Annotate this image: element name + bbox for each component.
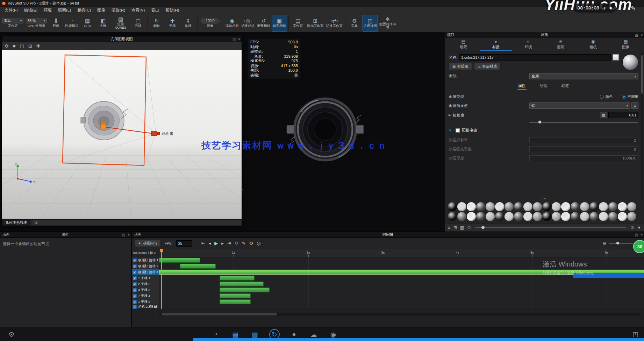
scrollbar-thumb[interactable] bbox=[162, 313, 277, 315]
close-panel-icon[interactable]: × bbox=[641, 33, 643, 37]
stop-icon[interactable]: ■ bbox=[609, 6, 612, 10]
material-swatch[interactable] bbox=[523, 212, 532, 221]
track-checkbox[interactable]: ✓ bbox=[133, 305, 137, 309]
pause-button[interactable]: Ⅱ暂停 bbox=[48, 15, 64, 31]
menu-item-2[interactable]: 编辑(E) bbox=[21, 7, 41, 14]
wizard-button[interactable]: ❖配置程序向导 bbox=[378, 15, 397, 31]
scrollbar-thumb[interactable] bbox=[641, 55, 643, 94]
settings-button[interactable]: ⚙ bbox=[5, 43, 9, 49]
wire-button[interactable]: ◫ bbox=[20, 43, 24, 49]
timeline-scrollbar[interactable] bbox=[159, 313, 641, 316]
material-swatch[interactable] bbox=[580, 202, 589, 211]
close-panel-icon[interactable]: × bbox=[238, 37, 240, 41]
slider-thumb[interactable] bbox=[616, 242, 619, 244]
panel-resize-handle[interactable]: ⋯ bbox=[445, 196, 644, 201]
track-header[interactable]: ✓吸顶灯 旋转 4 bbox=[132, 269, 159, 275]
track-header[interactable]: ✓1 平移 5 bbox=[132, 299, 159, 305]
keyframe-bar[interactable] bbox=[220, 299, 251, 304]
material-swatch[interactable] bbox=[561, 202, 570, 211]
track-lane[interactable] bbox=[159, 299, 644, 305]
studio-button[interactable]: ▤工作室 bbox=[290, 15, 306, 31]
jump-end-button[interactable]: ⇥ bbox=[227, 241, 231, 246]
timeline-ruler[interactable]: 1s2s3s4s5s6s bbox=[159, 249, 644, 257]
tools-button[interactable]: ⚙工具 bbox=[347, 15, 362, 31]
roughness-expander-icon[interactable]: ▶ bbox=[449, 113, 451, 117]
roughness-slider[interactable] bbox=[529, 120, 638, 124]
material-swatch[interactable] bbox=[495, 212, 504, 221]
switch-studio-button[interactable]: ◂⇄▸切换工作室 bbox=[325, 15, 344, 31]
material-name-field[interactable]: 1:color:217:217:217 bbox=[459, 54, 611, 61]
material-swatch[interactable] bbox=[457, 212, 466, 221]
material-swatch[interactable] bbox=[467, 212, 476, 221]
menu-item-1[interactable]: 文件(F) bbox=[1, 7, 21, 14]
float-panel-icon[interactable]: ◳ bbox=[635, 233, 638, 237]
fov-field-value[interactable]: 100.0 bbox=[202, 18, 218, 23]
grid-button[interactable]: ⊞ bbox=[28, 43, 32, 49]
track-header[interactable]: ✓2 平移 2 bbox=[132, 281, 159, 287]
material-swatch[interactable] bbox=[571, 212, 580, 221]
keyframe-bar[interactable] bbox=[220, 287, 270, 292]
material-swatch[interactable] bbox=[552, 202, 561, 211]
zoom-out-icon[interactable]: ⊖ bbox=[603, 241, 606, 246]
performance-mode-button[interactable]: ◔性能模式 bbox=[64, 15, 79, 31]
material-subtab-2[interactable]: 纹理 bbox=[539, 83, 548, 90]
loop-button[interactable]: ↻ bbox=[235, 241, 238, 246]
metal-type-option-2[interactable]: 已测量 bbox=[622, 94, 639, 99]
preset-menu-button[interactable]: ≡ bbox=[631, 102, 638, 109]
material-swatch[interactable] bbox=[476, 202, 485, 211]
close-panel-icon[interactable]: × bbox=[641, 233, 643, 237]
switch-camera-button[interactable]: ◂◎▸切换相机 bbox=[240, 15, 256, 31]
project-tab-2[interactable]: ●材质 bbox=[480, 38, 512, 51]
small-thumbs-icon[interactable]: ⊞ bbox=[453, 225, 457, 230]
multi-material-button[interactable]: ≣ 多层材质 bbox=[474, 63, 501, 70]
denoise-button[interactable]: ◧去噪 bbox=[95, 15, 111, 31]
region-button[interactable]: ▢区域 bbox=[130, 15, 146, 31]
translate-gizmo[interactable] bbox=[101, 122, 106, 129]
anodize-checkbox[interactable] bbox=[456, 128, 460, 133]
menu-item-7[interactable]: 渲染(R) bbox=[108, 7, 128, 14]
material-swatch[interactable] bbox=[505, 202, 514, 211]
material-swatch[interactable] bbox=[618, 212, 627, 221]
gpu-button[interactable]: ▦GPU bbox=[80, 15, 95, 31]
fullscreen-button[interactable]: ◳ bbox=[632, 331, 638, 338]
track-checkbox[interactable]: ✓ bbox=[133, 294, 137, 298]
curve-button[interactable]: ✎ bbox=[242, 241, 246, 246]
jump-start-button[interactable]: ⇤ bbox=[201, 241, 205, 246]
workspace-combo[interactable]: 默认▾工作区 bbox=[1, 17, 24, 29]
metal-type-option-1[interactable]: 颜色 bbox=[600, 94, 613, 99]
material-swatch[interactable] bbox=[589, 202, 599, 211]
material-swatch[interactable] bbox=[533, 202, 542, 211]
track-checkbox[interactable]: ✓ bbox=[133, 264, 137, 268]
project-tab-3[interactable]: ◐环境 bbox=[512, 38, 545, 51]
material-swatch[interactable] bbox=[552, 212, 561, 221]
track-checkbox[interactable]: ✓ bbox=[133, 288, 137, 292]
pencil-icon[interactable]: ✎ bbox=[631, 5, 636, 12]
add-studio-button[interactable]: ⊞添加工作室 bbox=[306, 15, 325, 31]
track-header[interactable]: ✓相机 2 相机旋转 bbox=[132, 305, 159, 309]
project-tab-5[interactable]: ◉相机 bbox=[577, 38, 609, 51]
reset-camera-button[interactable]: ↺重置相机 bbox=[256, 15, 271, 31]
material-swatch[interactable] bbox=[627, 212, 636, 221]
keyframe-bar[interactable] bbox=[220, 293, 251, 298]
project-tab-6[interactable]: ▦图像 bbox=[609, 38, 642, 51]
roughness-field[interactable]: 0.01 bbox=[608, 112, 638, 118]
track-header[interactable]: ✓7 平移 4 bbox=[132, 293, 159, 299]
track-header[interactable]: ✓1 平移 1 bbox=[132, 275, 159, 281]
geometry-tab-2[interactable]: 库 bbox=[31, 220, 42, 226]
metal-preset-select[interactable]: 铝 ▾ bbox=[529, 102, 630, 109]
track-checkbox[interactable]: ✓ bbox=[133, 258, 137, 262]
menu-item-5[interactable]: 相机(C) bbox=[74, 7, 94, 14]
cycle-button[interactable]: ◎ bbox=[257, 241, 260, 246]
geometry-viewport-canvas[interactable]: 相机 黑 y z bbox=[2, 50, 242, 219]
geometry-viewport[interactable]: 相机 黑 y z bbox=[2, 50, 242, 219]
animation-wizard-button[interactable]: ✦ 动画向导 bbox=[135, 240, 161, 247]
tumble-button[interactable]: ↻翻转 bbox=[149, 15, 164, 31]
material-color-swatch[interactable] bbox=[613, 54, 619, 61]
material-swatch[interactable] bbox=[618, 202, 627, 211]
material-preview-ball[interactable] bbox=[622, 54, 638, 70]
play-button[interactable]: ▶ bbox=[214, 241, 218, 246]
material-subtab-3[interactable]: 标签 bbox=[561, 83, 570, 90]
hotkeys-button[interactable]: ⚙ bbox=[8, 330, 15, 339]
material-swatch[interactable] bbox=[448, 202, 457, 211]
material-swatch[interactable] bbox=[495, 202, 504, 211]
